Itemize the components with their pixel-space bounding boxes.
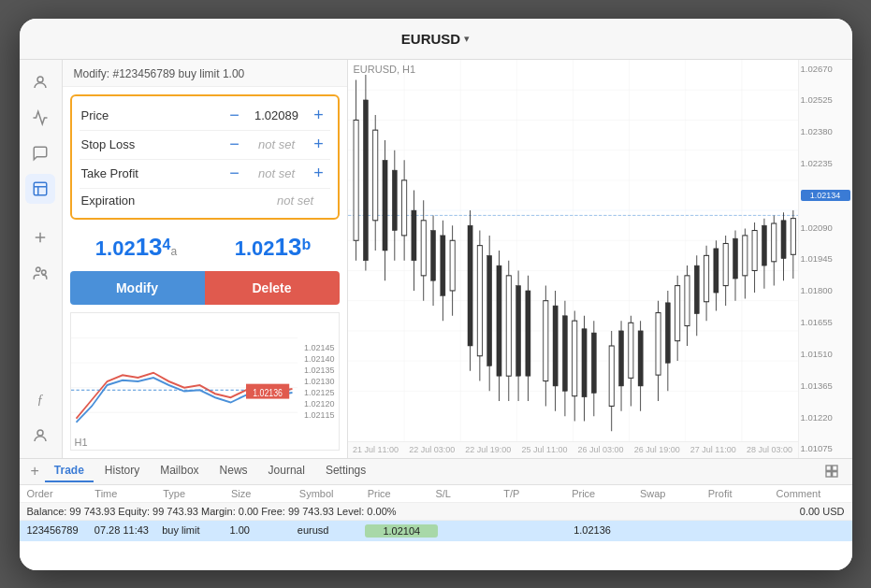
price-axis: 1.02670 1.02525 1.02380 1.02235 1.02134 …	[798, 60, 852, 458]
svg-rect-1	[34, 182, 47, 195]
chart-icon[interactable]	[25, 103, 55, 133]
tab-trade[interactable]: Trade	[45, 460, 94, 482]
balance-right: 0.00 USD	[800, 506, 845, 517]
take-profit-decrease-button[interactable]: −	[225, 165, 244, 183]
stop-loss-increase-button[interactable]: +	[310, 136, 328, 154]
balance-text: Balance: 99 743.93 Equity: 99 743.93 Mar…	[27, 506, 397, 517]
trade-icon[interactable]	[25, 174, 55, 204]
tab-news[interactable]: News	[210, 460, 257, 482]
time-label-8: 28 Jul 03:00	[747, 445, 792, 454]
sidebar: ƒ	[20, 60, 63, 458]
chat-icon[interactable]	[25, 138, 55, 168]
svg-rect-94	[665, 302, 670, 362]
svg-point-6	[36, 267, 41, 272]
device: EURUSD ▾ ƒ	[20, 19, 852, 570]
sidebar-bottom: ƒ	[25, 385, 55, 458]
svg-rect-46	[401, 179, 406, 235]
col-profit: Profit	[708, 488, 777, 499]
price-level-11: 1.01220	[801, 412, 850, 423]
delete-button[interactable]: Delete	[205, 271, 340, 305]
current-price-badge: 1.02134	[801, 190, 850, 201]
chart-area: EURUSD, H1	[348, 60, 852, 458]
time-label-1: 21 Jul 11:00	[353, 445, 399, 454]
candlestick-chart	[348, 60, 798, 441]
row-time: 07.28 11:43	[94, 524, 162, 538]
svg-rect-62	[486, 255, 491, 366]
svg-rect-50	[421, 220, 426, 275]
svg-rect-108	[733, 238, 737, 279]
col-price2: Price	[572, 488, 640, 499]
users-icon[interactable]	[25, 421, 55, 451]
modify-button[interactable]: Modify	[70, 271, 205, 305]
dropdown-arrow[interactable]: ▾	[464, 33, 470, 45]
price-increase-button[interactable]: +	[310, 107, 328, 125]
ask-prefix: 1.02	[235, 237, 275, 260]
svg-rect-98	[684, 275, 689, 325]
svg-rect-52	[430, 230, 435, 280]
add-icon[interactable]	[25, 222, 55, 252]
svg-rect-90	[638, 330, 643, 385]
svg-point-0	[37, 77, 43, 82]
svg-rect-68	[515, 285, 520, 376]
take-profit-row: Take Profit − not set +	[80, 160, 330, 189]
row-sl	[438, 524, 505, 538]
tab-journal[interactable]: Journal	[259, 460, 314, 482]
bottom-section: + Trade History Mailbox News Journal Set…	[20, 458, 852, 570]
row-order: 123456789	[27, 524, 94, 538]
svg-rect-82	[591, 333, 596, 393]
time-label-4: 25 Jul 11:00	[521, 445, 567, 454]
svg-rect-44	[392, 170, 397, 230]
col-price: Price	[368, 488, 436, 499]
price-level-5: 1.02090	[801, 222, 850, 233]
tab-history[interactable]: History	[95, 460, 149, 482]
svg-rect-102	[704, 255, 708, 301]
tabs-row: + Trade History Mailbox News Journal Set…	[20, 459, 852, 485]
take-profit-increase-button[interactable]: +	[310, 165, 328, 183]
bid-price-block: 1.02134a	[74, 233, 199, 262]
price-level-2: 1.02525	[801, 94, 850, 105]
svg-rect-121	[826, 466, 831, 470]
price-level-12: 1.01075	[801, 443, 850, 453]
grid-view-button[interactable]	[819, 464, 845, 479]
profile-icon[interactable]	[25, 67, 55, 97]
expiration-label: Expiration	[81, 194, 263, 208]
timeframe-label[interactable]: H1	[75, 437, 88, 448]
svg-rect-76	[562, 315, 567, 391]
time-label-5: 26 Jul 03:00	[578, 445, 624, 454]
left-panel: Modify: #123456789 buy limit 1.00 Price …	[63, 60, 348, 458]
tab-mailbox[interactable]: Mailbox	[151, 460, 208, 482]
price-row: Price − 1.02089 +	[80, 102, 330, 131]
signal-icon[interactable]: ƒ	[25, 385, 55, 415]
expiration-row: Expiration not set	[80, 189, 330, 212]
svg-rect-80	[581, 328, 586, 396]
row-profit	[709, 524, 777, 538]
svg-rect-96	[675, 285, 679, 340]
take-profit-label: Take Profit	[81, 166, 225, 180]
svg-rect-60	[477, 245, 482, 355]
time-axis: 21 Jul 11:00 22 Jul 03:00 22 Jul 19:00 2…	[348, 441, 798, 458]
svg-rect-42	[382, 160, 386, 251]
ask-main: 13	[275, 233, 302, 261]
add-tab-button[interactable]: +	[27, 463, 43, 480]
svg-rect-66	[506, 275, 511, 375]
tab-settings[interactable]: Settings	[316, 460, 375, 482]
svg-rect-56	[450, 240, 455, 291]
price-level-8: 1.01655	[801, 317, 850, 327]
time-label-2: 22 Jul 03:00	[409, 445, 455, 454]
stop-loss-decrease-button[interactable]: −	[225, 136, 244, 154]
ask-price-block: 1.0213b	[210, 233, 336, 262]
row-tp	[506, 524, 573, 538]
table-row[interactable]: 123456789 07.28 11:43 buy limit 1.00 eur…	[20, 521, 852, 541]
svg-point-7	[42, 270, 47, 275]
svg-rect-78	[572, 321, 576, 396]
svg-rect-100	[694, 265, 699, 314]
row-size: 1.00	[229, 524, 297, 538]
price-level-3: 1.02380	[801, 126, 850, 136]
svg-rect-124	[832, 472, 836, 477]
stop-loss-value: not set	[244, 137, 310, 151]
row-price-open: 1.02104	[365, 524, 438, 538]
svg-rect-36	[354, 120, 358, 240]
people-icon[interactable]	[25, 258, 55, 288]
svg-rect-58	[467, 225, 472, 346]
price-decrease-button[interactable]: −	[225, 107, 244, 125]
